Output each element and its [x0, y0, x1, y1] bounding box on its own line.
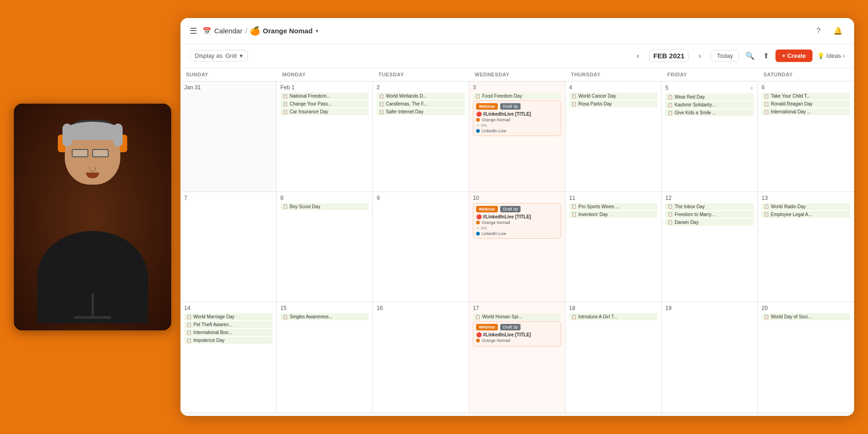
event-icon: 📋 — [379, 94, 384, 99]
webinar-org: Orange Nomad — [476, 220, 558, 225]
ideas-label: Ideas — [826, 52, 841, 59]
event-text: World Wetlands D... — [386, 93, 427, 99]
event-icon: 📋 — [764, 212, 769, 217]
event-tag[interactable]: 📋World Radio Day — [762, 203, 850, 210]
event-tag[interactable]: 📋Kashmir Solidarity... — [665, 101, 754, 108]
event-text: World Radio Day — [771, 204, 806, 209]
day-cell-feb7: 7 — [180, 192, 277, 302]
event-tag[interactable]: 📋Employee Legal A... — [762, 211, 850, 218]
day-cell-feb6: 6 📋Take Your Child T... 📋Ronald Reagan D… — [758, 81, 854, 192]
event-tag[interactable]: 📋World Wetlands D... — [377, 93, 465, 99]
hamburger-menu[interactable]: ☰ — [190, 26, 197, 36]
event-icon: 📋 — [283, 110, 288, 114]
event-tag[interactable]: 📋Freedom to Marry... — [665, 211, 754, 218]
display-as-dropdown[interactable]: Display as Grid ▾ — [190, 50, 248, 62]
day-number: 18 — [569, 305, 657, 311]
event-tag[interactable]: 📋Safer Internet Day — [377, 108, 465, 115]
event-icon: 📋 — [283, 94, 288, 99]
event-tag[interactable]: 📋International Day ... — [762, 108, 850, 115]
webinar-header: Webinar Draft 3p — [476, 103, 558, 110]
event-icon: 📋 — [764, 94, 769, 99]
webinar-card-feb3[interactable]: Webinar Draft 3p 🔴 #LinkedInLive [TITLE]… — [473, 100, 561, 136]
event-text: Food Freedom Day — [482, 93, 522, 99]
help-button[interactable]: ? — [812, 24, 825, 38]
event-icon: 📋 — [764, 315, 769, 319]
event-tag[interactable]: 📋The Inbox Day — [665, 203, 754, 210]
event-tag[interactable]: 📋Boy Scout Day — [280, 203, 369, 210]
event-text: Ronald Reagan Day — [771, 101, 812, 106]
event-tag[interactable]: 📋Food Freedom Day — [473, 93, 561, 99]
event-tag[interactable]: 📋World Day of Soci... — [762, 313, 850, 320]
week-row-1: Jan 31 Feb 1 📋National Freedom... 📋Chang… — [180, 81, 854, 192]
ideas-arrow: › — [843, 52, 845, 59]
event-tag[interactable]: 📋Singles Awareness... — [280, 313, 369, 320]
event-tag[interactable]: 📋Candlemas, The F... — [377, 100, 465, 107]
org-dot — [476, 339, 480, 342]
event-icon: 📋 — [283, 315, 288, 319]
day-cell-feb8: 8 📋Boy Scout Day — [277, 192, 373, 302]
event-tag[interactable]: 📋Wear Red Day — [665, 93, 754, 100]
event-text: World Day of Soci... — [771, 314, 812, 319]
event-tag[interactable]: 📋Darwin Day — [665, 219, 754, 226]
event-tag[interactable]: 📋World Cancer Day — [569, 93, 657, 99]
webinar-title: 🔴 #LinkedInLive [TITLE] — [476, 332, 558, 337]
create-button[interactable]: + Create — [775, 50, 812, 62]
day-number: 16 — [377, 305, 465, 311]
breadcrumb-calendar-label: Calendar — [214, 27, 242, 35]
event-tag[interactable]: 📋National Freedom... — [280, 93, 369, 99]
day-cell-feb3: 3 📋Food Freedom Day Webinar Draft 3p 🔴 #… — [469, 81, 565, 192]
event-tag[interactable]: 📋Inventors' Day — [569, 211, 657, 218]
day-cell-jan31: Jan 31 — [180, 81, 277, 192]
calendar-icon: 📅 — [203, 27, 211, 35]
event-tag[interactable]: 📋World Human Spi... — [473, 313, 561, 320]
event-text: Boy Scout Day — [290, 204, 320, 209]
prev-month-button[interactable]: ‹ — [632, 50, 645, 62]
webinar-card-feb17[interactable]: Webinar Draft 3p 🔴 #LinkedInLive [TITLE]… — [473, 321, 561, 347]
app-header: ☰ 📅 Calendar / 🍊 Orange Nomad ▾ ? 🔔 — [180, 18, 854, 44]
event-tag[interactable]: 📋Take Your Child T... — [762, 93, 850, 99]
day-cell-feb11: 11 📋Pro Sports Wives ... 📋Inventors' Day — [565, 192, 662, 302]
event-icon: 📋 — [571, 212, 577, 217]
notifications-button[interactable]: 🔔 — [831, 24, 845, 38]
event-icon: 📋 — [379, 102, 384, 106]
day-number: Feb 1 — [280, 84, 369, 91]
event-tag[interactable]: 📋Pro Sports Wives ... — [569, 203, 657, 210]
event-icon: 📋 — [668, 204, 673, 209]
month-year-label[interactable]: FEB 2021 — [649, 50, 689, 62]
event-tag[interactable]: 📋Car Insurance Day — [280, 108, 369, 115]
today-button[interactable]: Today — [711, 50, 739, 62]
webinar-platform: LinkedIn Live — [476, 129, 558, 133]
org-dot — [476, 221, 480, 224]
search-button[interactable]: 🔍 — [744, 50, 756, 62]
event-tag[interactable]: 📋Impotence Day — [184, 337, 273, 344]
event-tag[interactable]: 📋Rosa Parks Day — [569, 100, 657, 107]
event-tag[interactable]: 📋Change Your Pass... — [280, 100, 369, 107]
day-number: 6 — [762, 84, 850, 91]
webinar-org: Orange Nomad — [476, 118, 558, 122]
ideas-button[interactable]: 💡 Ideas › — [817, 52, 845, 59]
event-icon: 📋 — [283, 102, 288, 106]
brand-icon: 🍊 — [250, 26, 260, 36]
day-cell-feb16: 16 — [373, 302, 469, 412]
event-tag[interactable]: 📋Pet Theft Awaren... — [184, 321, 273, 328]
draft-badge: Draft 3p — [500, 103, 521, 110]
event-tag[interactable]: 📋International Boo... — [184, 329, 273, 336]
event-tag[interactable]: 📋Ronald Reagan Day — [762, 100, 850, 107]
event-tag[interactable]: 📋Introduce A Girl T... — [569, 313, 657, 320]
day-cell-feb15: 15 📋Singles Awareness... — [277, 302, 373, 412]
day-cell-feb19: 19 — [662, 302, 758, 412]
add-event-icon[interactable]: + — [750, 84, 754, 92]
event-icon: 📋 — [571, 315, 577, 319]
next-month-button[interactable]: › — [693, 50, 706, 62]
event-text: Take Your Child T... — [771, 93, 810, 99]
day-cell-feb1: Feb 1 📋National Freedom... 📋Change Your … — [277, 81, 373, 192]
event-text: Change Your Pass... — [290, 101, 332, 106]
webinar-card-feb10[interactable]: Webinar Draft 3p 🔴 #LinkedInLive [TITLE]… — [473, 203, 561, 239]
day-cell-feb17: 17 📋World Human Spi... Webinar Draft 3p … — [469, 302, 565, 412]
event-tag[interactable]: 📋Give Kids a Smile ... — [665, 109, 754, 116]
event-tag[interactable]: 📋World Marriage Day — [184, 313, 273, 320]
brand-dropdown-arrow[interactable]: ▾ — [316, 28, 318, 34]
share-button[interactable]: ⬆ — [761, 50, 771, 62]
event-text: World Cancer Day — [578, 93, 616, 99]
header-actions: ? 🔔 — [812, 24, 845, 38]
